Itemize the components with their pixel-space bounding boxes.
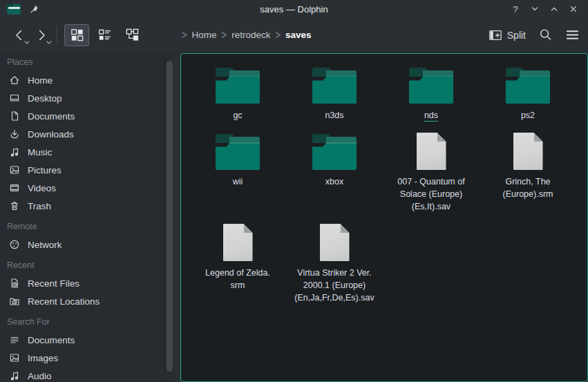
forward-dropdown-caret[interactable]	[46, 41, 52, 44]
sidebar-item-label: Recent Locations	[28, 296, 99, 307]
sidebar-sections: PlacesHomeDesktopDocumentsDownloadsMusic…	[0, 53, 163, 382]
folder-item-wii[interactable]: wii	[189, 128, 286, 195]
recent-files-icon	[9, 278, 20, 289]
item-label: Virtua Striker 2 Ver.2000.1 (Europe)(En,…	[294, 267, 374, 304]
file-item-virtua-striker-2-ver-[interactable]: Virtua Striker 2 Ver.2000.1 (Europe)(En,…	[286, 220, 383, 311]
help-button[interactable]: ?	[508, 2, 523, 16]
item-label: Grinch, The(Europe).srm	[503, 175, 553, 200]
folder-item-nds[interactable]: nds	[383, 62, 480, 128]
split-button[interactable]: Split	[489, 28, 526, 42]
sidebar-item-label: Videos	[28, 183, 56, 193]
breadcrumb: >Home>retrodeck>saves	[182, 30, 312, 40]
sidebar-item-label: Documents	[28, 335, 75, 345]
trash-icon	[9, 200, 20, 211]
item-label: 007 - Quantum ofSolace (Europe)(Es,It).s…	[397, 175, 464, 213]
file-item-007-quantum-of[interactable]: 007 - Quantum ofSolace (Europe)(Es,It).s…	[383, 128, 480, 220]
folder-icon	[312, 68, 357, 104]
split-icon	[489, 28, 502, 42]
toolbar: >Home>retrodeck>saves Split	[0, 18, 588, 52]
section-header-places: Places	[0, 53, 163, 71]
sidebar-item-videos[interactable]: Videos	[0, 179, 163, 197]
hamburger-icon	[565, 28, 580, 42]
folder-icon	[506, 68, 550, 104]
folder-icon	[216, 134, 260, 170]
sidebar-item-recent-locations[interactable]: Recent Locations	[0, 292, 163, 310]
sidebar-item-label: Downloads	[28, 129, 74, 140]
file-icon	[417, 133, 446, 170]
file-item-grinch-the[interactable]: Grinch, The(Europe).srm	[480, 128, 576, 207]
sidebar-item-label: Desktop	[28, 93, 62, 104]
section-header-remote: Remote	[0, 218, 163, 236]
breadcrumb-segment-retrodeck[interactable]: retrodeck	[231, 30, 270, 40]
maximize-button[interactable]	[547, 2, 562, 16]
sidebar-item-audio[interactable]: Audio	[0, 367, 163, 382]
section-header-search-for: Search For	[0, 313, 163, 331]
minimize-button[interactable]	[527, 2, 542, 16]
sidebar-item-label: Audio	[28, 371, 52, 381]
sidebar-item-label: Home	[28, 75, 53, 86]
folder-view[interactable]: gcn3dsndsps2wiixbox007 - Quantum ofSolac…	[180, 53, 588, 382]
documents-icon	[9, 111, 20, 122]
item-label: wii	[233, 175, 243, 188]
sidebar-item-documents[interactable]: Documents	[0, 107, 163, 125]
back-dropdown-caret[interactable]	[24, 41, 30, 44]
sidebar-item-trash[interactable]: Trash	[0, 197, 163, 215]
folder-item-ps2[interactable]: ps2	[480, 62, 576, 128]
sidebar-scrollbar[interactable]	[167, 61, 173, 372]
folder-item-n3ds[interactable]: n3ds	[286, 62, 383, 128]
sidebar-item-music[interactable]: Music	[0, 143, 163, 161]
window-controls: ?	[508, 2, 581, 16]
home-icon	[9, 75, 20, 86]
item-label: xbox	[325, 175, 343, 188]
breadcrumb-separator: >	[182, 28, 187, 41]
sidebar-item-label: Pictures	[28, 165, 61, 175]
details-view-button[interactable]	[92, 24, 117, 46]
search-documents-icon	[9, 334, 20, 345]
sidebar-item-home[interactable]: Home	[0, 71, 163, 89]
places-panel: PlacesHomeDesktopDocumentsDownloadsMusic…	[0, 53, 174, 382]
sidebar-item-label: Music	[28, 147, 52, 157]
dolphin-app-icon	[7, 4, 21, 15]
toolbar-separator	[57, 26, 57, 44]
file-grid: gcn3dsndsps2wiixbox007 - Quantum ofSolac…	[189, 62, 587, 311]
sidebar-item-recent-files[interactable]: Recent Files	[0, 274, 163, 292]
sidebar-item-downloads[interactable]: Downloads	[0, 125, 163, 143]
music-icon	[9, 146, 20, 157]
sidebar-item-label: Recent Files	[28, 278, 79, 289]
back-button[interactable]	[8, 24, 30, 46]
tree-view-button[interactable]	[120, 24, 144, 46]
sidebar-item-label: Documents	[28, 111, 75, 122]
item-label: nds	[424, 109, 438, 122]
recent-locations-icon	[9, 296, 20, 307]
sidebar-item-label: Images	[28, 353, 58, 363]
close-button[interactable]	[566, 2, 581, 16]
sidebar-item-network[interactable]: Network	[0, 236, 163, 254]
folder-item-xbox[interactable]: xbox	[286, 128, 383, 195]
pin-icon[interactable]	[29, 4, 39, 15]
sidebar-item-label: Trash	[28, 201, 51, 211]
forward-button[interactable]	[30, 24, 53, 46]
sidebar-item-desktop[interactable]: Desktop	[0, 89, 163, 107]
item-label: Legend of Zelda.srm	[205, 267, 270, 292]
search-button[interactable]	[538, 28, 553, 42]
sidebar-item-images[interactable]: Images	[0, 349, 163, 367]
breadcrumb-segment-home[interactable]: Home	[192, 30, 217, 40]
menu-button[interactable]	[565, 28, 580, 42]
file-item-legend-of-zelda-[interactable]: Legend of Zelda.srm	[189, 220, 286, 298]
breadcrumb-segment-saves[interactable]: saves	[285, 30, 312, 40]
item-label: gc	[233, 109, 242, 122]
item-label: n3ds	[325, 109, 343, 122]
folder-icon	[216, 68, 260, 104]
sidebar-item-pictures[interactable]: Pictures	[0, 161, 163, 179]
sidebar-divider	[164, 53, 164, 382]
window-title: saves — Dolphin	[0, 4, 588, 15]
folder-icon	[409, 68, 453, 104]
sidebar-item-documents[interactable]: Documents	[0, 331, 163, 349]
icons-view-button[interactable]	[64, 24, 89, 46]
downloads-icon	[9, 128, 20, 140]
folder-item-gc[interactable]: gc	[189, 62, 286, 128]
pictures-icon	[9, 164, 20, 175]
search-audio-icon	[9, 370, 20, 381]
split-label: Split	[507, 30, 526, 41]
titlebar: saves — Dolphin ?	[0, 0, 588, 18]
